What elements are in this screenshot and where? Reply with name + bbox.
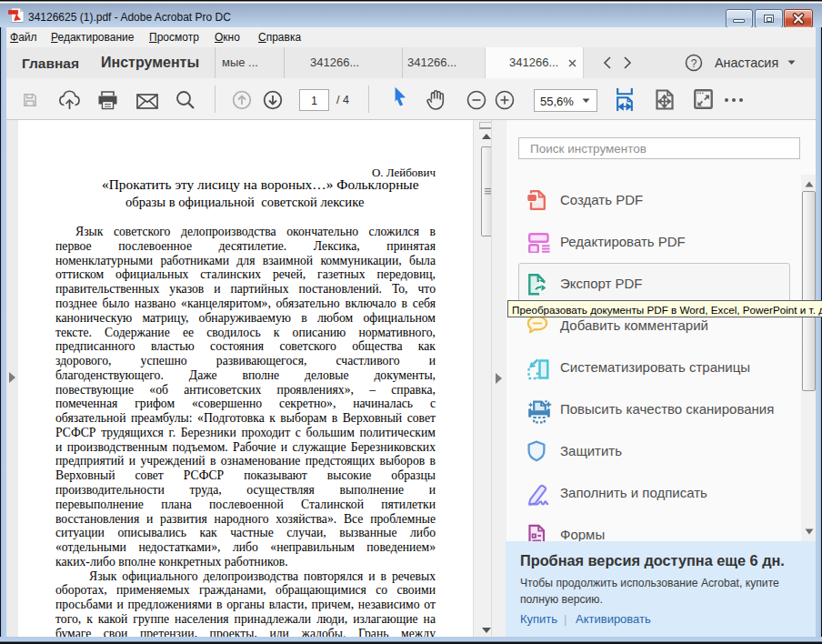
svg-text:?: ? [691,57,697,70]
